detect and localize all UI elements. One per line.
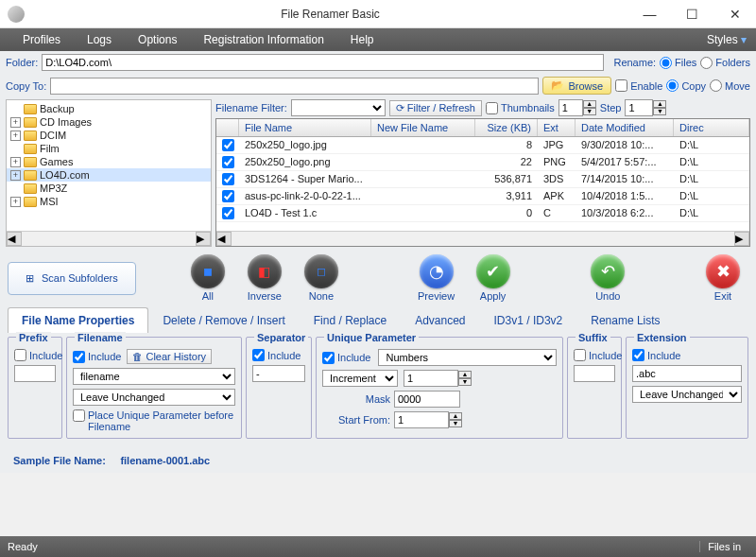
window-title: File Renamer Basic <box>32 8 628 21</box>
windows-icon: ⊞ <box>26 272 34 285</box>
menu-options[interactable]: Options <box>125 33 190 46</box>
browse-button[interactable]: 📂Browse <box>542 77 611 95</box>
menu-logs[interactable]: Logs <box>74 33 125 46</box>
menu-help[interactable]: Help <box>337 33 387 46</box>
enable-check[interactable]: Enable <box>615 79 662 92</box>
row-check[interactable] <box>222 139 234 151</box>
row-check[interactable] <box>222 207 234 219</box>
col-ext[interactable]: Ext <box>538 119 576 136</box>
start-from-spinner[interactable]: ▲▼ <box>394 411 462 428</box>
col-newfilename[interactable]: New File Name <box>371 119 475 136</box>
separator-group: Separator Include <box>246 337 312 439</box>
select-inverse-button[interactable]: Inverse <box>239 254 290 302</box>
copyto-input[interactable] <box>50 78 539 95</box>
rename-label: Rename: <box>613 57 656 68</box>
thumbnails-check[interactable]: Thumbnails <box>486 102 555 114</box>
exit-button[interactable]: Exit <box>697 254 748 302</box>
tree-item: Film <box>7 142 211 155</box>
folder-icon <box>24 117 37 128</box>
copyto-label: Copy To: <box>6 80 46 92</box>
filename-case-select[interactable]: Leave Unchanged <box>73 389 235 406</box>
col-dir[interactable]: Direc <box>674 119 749 136</box>
col-size[interactable]: Size (KB) <box>475 119 538 136</box>
undo-icon <box>591 254 625 288</box>
col-date[interactable]: Date Modified <box>576 119 674 136</box>
apply-button[interactable]: Apply <box>468 254 519 302</box>
increment-spinner[interactable]: ▲▼ <box>404 370 472 387</box>
start-from-label: Start From: <box>322 414 390 426</box>
thumbnails-spinner[interactable]: ▲▼ <box>558 99 596 116</box>
step-spinner[interactable]: ▲▼ <box>625 99 666 116</box>
col-filename[interactable]: File Name <box>239 119 371 136</box>
rename-files-radio[interactable]: Files <box>660 57 696 69</box>
minimize-button[interactable]: — <box>628 0 671 28</box>
tab-advanced[interactable]: Advanced <box>401 307 479 333</box>
tree-item: +MSI <box>7 195 211 208</box>
row-check[interactable] <box>222 156 234 168</box>
filename-include-check[interactable]: Include <box>73 351 121 363</box>
expand-icon[interactable]: + <box>10 170 21 181</box>
file-table[interactable]: File Name New File Name Size (KB) Ext Da… <box>215 118 750 247</box>
tab-delete-remove-insert[interactable]: Delete / Remove / Insert <box>148 307 299 333</box>
extension-input[interactable] <box>632 365 742 382</box>
prefix-group: Prefix Include <box>8 337 62 439</box>
unique-type-select[interactable]: Numbers <box>378 349 557 366</box>
extension-include-check[interactable]: Include <box>632 349 742 361</box>
menu-registration[interactable]: Registration Information <box>190 33 336 46</box>
table-row: 250x250_logo.png22PNG5/4/2017 5:57:...D:… <box>216 154 749 171</box>
expand-icon[interactable]: + <box>10 157 21 167</box>
rename-folders-radio[interactable]: Folders <box>700 57 750 69</box>
tab-rename-lists[interactable]: Rename Lists <box>576 307 674 333</box>
select-none-button[interactable]: None <box>296 254 347 302</box>
tab-find-replace[interactable]: Find / Replace <box>300 307 401 333</box>
undo-button[interactable]: Undo <box>582 254 633 302</box>
table-row: LO4D - Test 1.c0C10/3/2018 6:2...D:\L <box>216 205 749 222</box>
prefix-input[interactable] <box>14 365 56 382</box>
folder-label: Folder: <box>6 57 38 68</box>
styles-dropdown[interactable]: Styles <box>707 33 747 46</box>
filter-refresh-button[interactable]: ⟳Filter / Refresh <box>389 100 482 116</box>
expand-icon[interactable]: + <box>10 117 21 128</box>
folder-input[interactable] <box>42 54 604 71</box>
expand-icon[interactable]: + <box>10 197 21 207</box>
tab-id3[interactable]: ID3v1 / ID3v2 <box>480 307 577 333</box>
copy-radio[interactable]: Copy <box>666 79 706 92</box>
exit-icon <box>706 254 740 288</box>
folder-icon <box>24 183 37 194</box>
suffix-input[interactable] <box>574 365 615 382</box>
move-radio[interactable]: Move <box>710 79 750 92</box>
row-check[interactable] <box>222 173 234 185</box>
none-icon <box>304 254 338 288</box>
prefix-include-check[interactable]: Include <box>14 349 56 361</box>
extension-case-select[interactable]: Leave Unchanged <box>632 386 742 403</box>
suffix-include-check[interactable]: Include <box>574 349 615 361</box>
maximize-button[interactable]: ☐ <box>671 0 713 28</box>
place-unique-check[interactable]: Place Unique Parameter before Filename <box>73 409 235 432</box>
scan-subfolders-button[interactable]: ⊞Scan Subfolders <box>8 262 136 295</box>
unique-mode-select[interactable]: Increment <box>322 370 398 387</box>
col-check[interactable] <box>216 119 239 136</box>
folder-open-icon: 📂 <box>551 79 564 92</box>
folder-icon <box>24 104 37 114</box>
suffix-group: Suffix Include <box>567 337 622 439</box>
preview-button[interactable]: Preview <box>411 254 462 302</box>
row-check[interactable] <box>222 190 234 202</box>
table-hscroll[interactable]: ◀▶ <box>216 231 749 246</box>
apply-icon <box>476 254 510 288</box>
mask-input[interactable] <box>394 391 460 408</box>
menu-profiles[interactable]: Profiles <box>9 33 74 46</box>
unique-include-check[interactable]: Include <box>322 352 370 364</box>
separator-include-check[interactable]: Include <box>252 349 305 361</box>
close-button[interactable]: ✕ <box>713 0 756 28</box>
filename-filter-select[interactable] <box>291 99 386 116</box>
folder-icon <box>24 197 37 207</box>
folder-tree[interactable]: Backup +CD Images +DCIM Film +Games +LO4… <box>7 100 211 231</box>
tree-hscroll[interactable]: ◀▶ <box>7 231 211 246</box>
separator-input[interactable] <box>252 365 305 382</box>
tab-file-name-properties[interactable]: File Name Properties <box>8 307 148 333</box>
filename-name-select[interactable]: filename <box>73 368 235 385</box>
folder-icon <box>24 144 37 154</box>
select-all-button[interactable]: All <box>182 254 233 302</box>
clear-history-button[interactable]: 🗑Clear History <box>127 349 212 364</box>
expand-icon[interactable]: + <box>10 131 21 141</box>
